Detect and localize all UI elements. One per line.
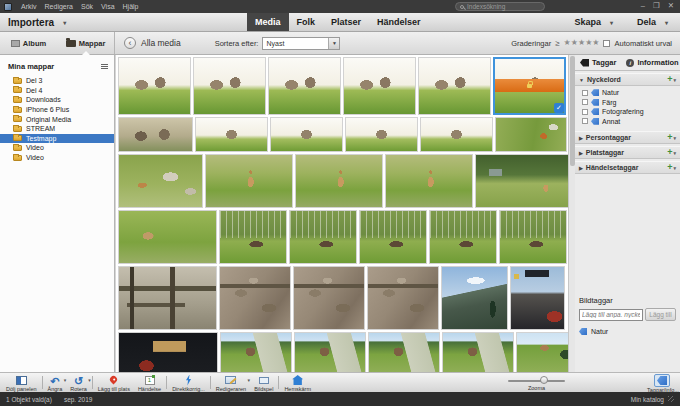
location-pin-button[interactable]: Lägg till plats (94, 373, 134, 392)
section-händelsetaggar[interactable]: ▶Händelsetaggar+▾ (575, 161, 680, 174)
star-icon[interactable]: ★ (564, 38, 571, 47)
lightning-button[interactable]: Direktkorrig... (168, 373, 209, 392)
folder-item[interactable]: Original Media (0, 114, 114, 124)
photo-thumb-horse-field[interactable] (420, 117, 493, 152)
menu-item[interactable]: Visa (97, 3, 119, 10)
photo-thumb-horses-pair-field[interactable] (268, 57, 341, 115)
create-button[interactable]: Skapa ▾ (574, 17, 613, 27)
photo-thumb-horses-pair-field[interactable] (493, 57, 566, 115)
photo-thumb-rock-animals[interactable] (219, 266, 291, 330)
menu-item[interactable]: Arkiv (17, 3, 41, 10)
menu-item[interactable]: Redigera (41, 3, 77, 10)
photo-thumb-bison-under-trees[interactable] (219, 210, 287, 264)
photo-thumb-horses-pair-field[interactable] (193, 57, 266, 115)
star-icon[interactable]: ★ (571, 38, 578, 47)
share-button[interactable]: Dela ▾ (637, 17, 668, 27)
folder-item[interactable]: STREAM (0, 124, 114, 134)
folder-item[interactable]: Del 3 (0, 76, 114, 86)
dropdown-caret-icon[interactable]: ▾ (88, 377, 91, 383)
add-tag-button[interactable]: Lägg till (645, 308, 676, 321)
add-tag-plus-icon[interactable]: + (667, 148, 672, 157)
add-tag-plus-icon[interactable]: + (667, 133, 672, 142)
photo-thumb-horse-roadside[interactable] (368, 332, 440, 372)
photo-thumb-gazelle-field[interactable] (205, 154, 293, 208)
photo-thumb-bison-under-trees[interactable] (429, 210, 497, 264)
photo-thumb-horse-field[interactable] (345, 117, 418, 152)
photo-thumb-horse-field[interactable] (195, 117, 268, 152)
add-tag-plus-icon[interactable]: + (667, 75, 672, 84)
resize-grip[interactable] (668, 396, 674, 402)
photo-thumb-horse-hilltop[interactable] (516, 332, 568, 372)
keyword-checkbox[interactable] (582, 99, 588, 105)
index-search[interactable]: Indexsökning (455, 2, 545, 11)
vertical-scrollbar[interactable] (568, 55, 575, 372)
add-tag-plus-icon[interactable]: + (667, 163, 672, 172)
tags-info-button[interactable]: Taggar/info... (647, 373, 677, 393)
maximize-button[interactable]: ❐ (653, 0, 660, 12)
folder-view-toggle-icon[interactable] (101, 66, 108, 67)
rotate-button[interactable]: ▾Rotera (66, 373, 91, 392)
hide-panel-button[interactable]: Dölj panelen (2, 373, 41, 392)
close-button[interactable]: ✕ (668, 0, 674, 12)
custom-keyword-input[interactable] (579, 309, 643, 321)
photo-thumb-mountain-view[interactable] (441, 266, 508, 330)
tab-taggar[interactable]: Taggar (575, 58, 621, 67)
keyword-checkbox[interactable] (582, 109, 588, 115)
folder-item[interactable]: Video (0, 153, 114, 163)
folder-item[interactable]: iPhone 6 Plus (0, 105, 114, 115)
tab-folk[interactable]: Folk (289, 13, 324, 31)
folder-item[interactable]: Del 4 (0, 86, 114, 96)
ratings-operator[interactable]: ≥ (555, 39, 559, 48)
photo-thumb-horse-field[interactable] (270, 117, 343, 152)
section-platstaggar[interactable]: ▶Platstaggar+▾ (575, 146, 680, 159)
zoom-slider[interactable] (508, 380, 565, 382)
section-persontaggar[interactable]: ▶Persontaggar+▾ (575, 131, 680, 144)
photo-thumb-rock-animals[interactable] (367, 266, 439, 330)
tab-album[interactable]: Album (0, 32, 57, 54)
photo-thumb-gazelle-distant[interactable] (475, 154, 568, 208)
photo-thumb-horses-pair-field[interactable] (118, 57, 191, 115)
tab-händelser[interactable]: Händelser (369, 13, 429, 31)
photo-thumb-wooden-enclosure[interactable] (118, 266, 217, 330)
import-button[interactable]: Importera ▾ (8, 17, 66, 28)
minimize-button[interactable]: – (641, 0, 645, 12)
back-button[interactable]: ‹ (124, 37, 136, 49)
photo-thumb-bison-under-trees[interactable] (359, 210, 427, 264)
sort-dropdown[interactable]: Nyast ▼ (262, 37, 340, 50)
keyword-item[interactable]: Annat (582, 117, 680, 127)
photo-thumb-horses-pair-field[interactable] (418, 57, 491, 115)
home-button[interactable]: Hemskärm (280, 373, 315, 392)
photo-thumb-horse-roadside[interactable] (220, 332, 292, 372)
photo-thumb-horse-roadside[interactable] (294, 332, 366, 372)
auto-select-checkbox[interactable] (603, 40, 610, 47)
zoom-knob[interactable] (540, 376, 548, 384)
photo-thumb-bison-under-trees[interactable] (289, 210, 357, 264)
menu-item[interactable]: Hjälp (119, 3, 143, 10)
photo-thumb-horse-roadside[interactable] (442, 332, 514, 372)
section-nyckelord[interactable]: ▼Nyckelord+▾ (575, 73, 680, 86)
calendar-button[interactable]: Händelse (134, 373, 165, 392)
slideshow-button[interactable]: Bildspel (250, 373, 277, 392)
menu-item[interactable]: Sök (77, 3, 97, 10)
photo-thumb-gazelle-grazing[interactable] (118, 210, 217, 264)
photo-thumb-bison-under-trees[interactable] (499, 210, 567, 264)
tab-media[interactable]: Media (247, 13, 289, 31)
keyword-checkbox[interactable] (582, 90, 588, 96)
tab-information[interactable]: Information (621, 58, 680, 67)
photo-thumb-gazelle-field[interactable] (385, 154, 473, 208)
photo-thumb-meadow-wide[interactable] (118, 154, 203, 208)
tab-platser[interactable]: Platser (323, 13, 369, 31)
photo-thumb-grass-field[interactable] (495, 117, 567, 152)
editor-button[interactable]: ▾Redigeraren (212, 373, 250, 392)
tab-mappar[interactable]: Mappar (57, 32, 114, 54)
image-tag-item[interactable]: Natur (579, 328, 676, 335)
tags-info-box[interactable] (654, 374, 670, 387)
back-label[interactable]: Alla media (141, 38, 181, 48)
folder-item[interactable]: Video (0, 143, 114, 153)
keyword-checkbox[interactable] (582, 118, 588, 124)
keyword-item[interactable]: Fotografering (582, 107, 680, 117)
folder-item[interactable]: Downloads (0, 95, 114, 105)
star-icon[interactable]: ★ (592, 38, 599, 47)
folder-item[interactable]: Testmapp (0, 134, 114, 144)
keyword-item[interactable]: Natur (582, 88, 680, 98)
